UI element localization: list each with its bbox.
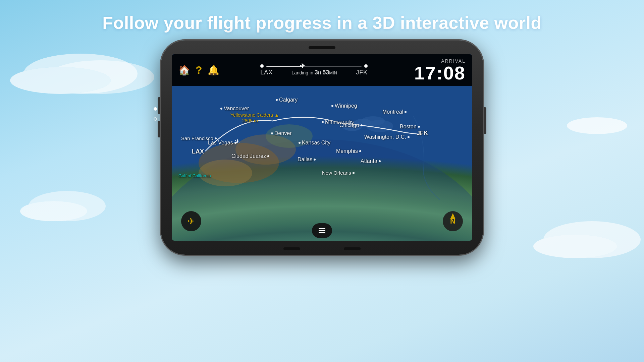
elevation-label: 2805 m [242, 118, 258, 123]
hamburger-menu-button[interactable] [312, 223, 332, 238]
home-icon[interactable]: 🏠 [178, 65, 190, 76]
volume-button-up [158, 97, 160, 114]
city-dot [314, 159, 316, 161]
page-headline: Follow your flight progress in a 3D inte… [0, 13, 644, 33]
city-dot [418, 126, 420, 128]
time-display: ARRIVAL 17:08 [414, 58, 466, 82]
hamburger-line-2 [319, 230, 325, 231]
city-ciudadjuarez: Ciudad Juarez [231, 153, 269, 159]
city-montreal: Montreal [382, 109, 407, 115]
progress-fill [266, 66, 303, 67]
city-boston: Boston [400, 124, 420, 130]
city-dot [361, 124, 363, 126]
origin-dot [260, 64, 264, 68]
progress-bar-row: ✈ [260, 64, 368, 68]
city-dot [379, 160, 381, 162]
bottom-nav-bar [172, 221, 472, 241]
map-overlay: Vancouver Calgary Winnipeg Minneapolis D… [172, 86, 472, 241]
city-dallas: Dallas [298, 157, 316, 163]
city-chicago: Chicago [339, 122, 363, 128]
bell-icon[interactable]: 🔔 [208, 65, 219, 76]
help-icon[interactable]: ? [196, 64, 202, 76]
time-value: 17:08 [414, 64, 466, 82]
city-dot [405, 111, 407, 113]
landing-info: Landing in 3H 53MIN [291, 69, 337, 76]
phone-device: ✈ Vancouver Calgary Winnipeg Minneapolis [161, 40, 483, 255]
city-dot [267, 155, 269, 157]
indicator-dot-filled [154, 107, 157, 111]
indicator-dot-empty [154, 117, 157, 121]
city-memphis: Memphis [336, 148, 361, 154]
phone-speaker [309, 46, 335, 49]
city-dot [299, 142, 301, 144]
cloud-decoration-3 [533, 235, 617, 258]
power-button [484, 107, 486, 134]
phone-screen: ✈ Vancouver Calgary Winnipeg Minneapolis [172, 54, 472, 241]
city-dot [331, 105, 333, 107]
bottom-button-right [344, 247, 361, 250]
side-indicators [154, 107, 157, 121]
city-dot [215, 137, 217, 139]
plane-progress-icon: ✈ [300, 62, 306, 70]
city-dot [276, 99, 278, 101]
city-dot [408, 136, 410, 138]
city-dot [234, 142, 236, 144]
destination-dot [364, 64, 368, 68]
city-atlanta: Atlanta [361, 158, 381, 164]
city-dot [220, 108, 222, 110]
city-vancouver: Vancouver [220, 106, 249, 112]
city-lax: LAX [192, 148, 204, 155]
city-dc: Washington, D.C. [364, 134, 410, 140]
origin-label: LAX [260, 69, 273, 76]
cloud-decoration-1 [10, 67, 111, 94]
city-dot [271, 132, 273, 134]
bottom-button-left [283, 247, 300, 250]
city-dot [359, 150, 361, 152]
hamburger-line-3 [319, 232, 325, 233]
city-winnipeg: Winnipeg [331, 103, 357, 109]
gulf-label: Gulf of California [178, 173, 211, 178]
status-bar: 🏠 ? 🔔 ✈ LAX Landing in 3H [172, 54, 472, 86]
airports-row: LAX Landing in 3H 53MIN JFK [260, 69, 368, 76]
destination-label: JFK [356, 69, 368, 76]
city-lasvegas: Las Vegas [208, 140, 236, 146]
cloud-decoration-2 [20, 201, 87, 221]
city-dot [322, 121, 324, 123]
progress-track: ✈ [266, 66, 362, 67]
city-jfk: JFK [417, 130, 428, 137]
compass-arrow [450, 213, 455, 219]
cloud-decoration-4 [567, 117, 627, 134]
nav-icons-group: 🏠 ? 🔔 [178, 64, 219, 76]
city-dot [353, 172, 355, 174]
city-denver: Denver [271, 130, 292, 136]
flight-progress-section: ✈ LAX Landing in 3H 53MIN JFK [219, 64, 409, 76]
volume-button-down [158, 121, 160, 137]
city-neworleans: New Orleans [322, 170, 355, 176]
hamburger-line-1 [319, 228, 325, 229]
yellowstone-label: Yellowstone Caldera ▲ [230, 112, 279, 118]
city-calgary: Calgary [276, 97, 298, 103]
city-kansascity: Kansas City [299, 140, 330, 146]
